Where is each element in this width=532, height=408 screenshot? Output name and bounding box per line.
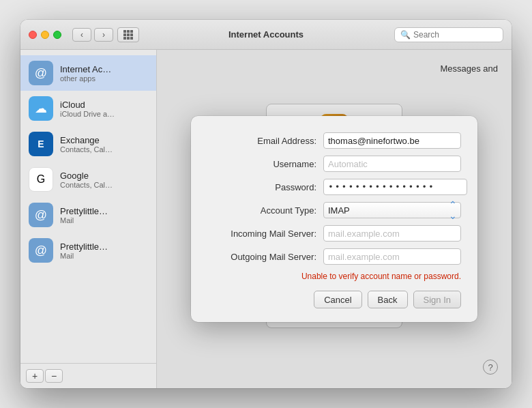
outgoing-label: Outgoing Mail Server: — [207, 252, 323, 262]
sidebar-item-name: Prettylittle… — [60, 206, 108, 216]
email-input[interactable] — [323, 132, 461, 149]
internet-accounts-icon: @ — [29, 61, 53, 85]
main-content: @ Internet Ac… other apps ☁ iCloud iClou… — [20, 50, 512, 388]
username-input[interactable] — [323, 156, 461, 172]
sidebar-item-detail: Contacts, Cal… — [60, 145, 113, 154]
minimize-button[interactable] — [41, 31, 49, 39]
sidebar-item-pretty2[interactable]: @ Prettylittle… Mail — [20, 233, 156, 268]
error-message: Unable to verify account name or passwor… — [207, 272, 461, 281]
sidebar-item-google[interactable]: G Google Contacts, Cal… — [20, 162, 156, 197]
cancel-button[interactable]: Cancel — [314, 291, 361, 308]
sidebar-item-detail: Contacts, Cal… — [60, 181, 113, 189]
maximize-button[interactable] — [53, 31, 61, 39]
sidebar-item-internet-accounts[interactable]: @ Internet Ac… other apps — [20, 55, 156, 91]
sidebar-item-text: Internet Ac… other apps — [60, 64, 111, 83]
email-row: Email Address: — [207, 132, 461, 149]
sidebar-item-detail: Mail — [60, 216, 108, 224]
account-type-wrapper: IMAP POP ⌃⌄ — [323, 202, 461, 218]
password-row: Password: — [207, 179, 461, 195]
sidebar: @ Internet Ac… other apps ☁ iCloud iClou… — [20, 50, 157, 388]
sidebar-item-name: Exchange — [60, 135, 113, 145]
sidebar-item-detail: Mail — [60, 252, 108, 260]
google-icon: G — [29, 167, 53, 192]
search-bar[interactable]: 🔍 — [394, 27, 503, 42]
account-dialog: Email Address: Username: Password: Accou… — [191, 116, 477, 322]
sidebar-item-text: Google Contacts, Cal… — [60, 171, 113, 189]
icloud-icon: ☁ — [29, 96, 53, 121]
forward-nav-button[interactable]: › — [94, 28, 113, 42]
dialog-overlay: Email Address: Username: Password: Accou… — [157, 50, 512, 388]
sidebar-items: @ Internet Ac… other apps ☁ iCloud iClou… — [20, 50, 156, 363]
email-label: Email Address: — [207, 136, 323, 146]
sidebar-item-name: Google — [60, 171, 113, 181]
account-type-select[interactable]: IMAP POP — [323, 202, 461, 218]
sign-in-button[interactable]: Sign In — [413, 291, 461, 308]
sidebar-item-detail: iCloud Drive a… — [60, 110, 115, 118]
account-type-label: Account Type: — [207, 205, 323, 216]
close-button[interactable] — [29, 31, 37, 39]
grid-icon — [123, 30, 133, 40]
sidebar-item-icloud[interactable]: ☁ iCloud iCloud Drive a… — [20, 91, 156, 126]
username-label: Username: — [207, 159, 323, 169]
grid-button[interactable] — [117, 27, 139, 42]
incoming-input[interactable] — [323, 225, 461, 242]
dialog-buttons: Cancel Back Sign In — [207, 291, 461, 308]
sidebar-footer: + − — [20, 363, 156, 388]
sidebar-item-name: iCloud — [60, 100, 115, 110]
sidebar-item-text: Exchange Contacts, Cal… — [60, 135, 113, 154]
username-row: Username: — [207, 156, 461, 172]
nav-buttons: ‹ › — [72, 28, 113, 42]
traffic-lights — [29, 31, 61, 39]
search-input[interactable] — [413, 30, 497, 40]
sidebar-item-name: Prettylittle… — [60, 242, 108, 252]
back-nav-button[interactable]: ‹ — [72, 28, 91, 42]
sidebar-item-exchange[interactable]: E Exchange Contacts, Cal… — [20, 126, 156, 162]
exchange-icon: E — [29, 132, 53, 156]
incoming-row: Incoming Mail Server: — [207, 225, 461, 242]
search-icon: 🔍 — [400, 30, 411, 40]
sidebar-item-pretty1[interactable]: @ Prettylittle… Mail — [20, 197, 156, 233]
back-button[interactable]: Back — [368, 291, 408, 308]
outgoing-input[interactable] — [323, 248, 461, 265]
sidebar-item-text: Prettylittle… Mail — [60, 206, 108, 224]
password-label: Password: — [207, 182, 323, 192]
remove-account-button[interactable]: − — [45, 369, 63, 383]
sidebar-item-detail: other apps — [60, 74, 111, 83]
at-icon-2: @ — [29, 238, 53, 263]
sidebar-item-text: iCloud iCloud Drive a… — [60, 100, 115, 118]
incoming-label: Incoming Mail Server: — [207, 229, 323, 239]
account-type-row: Account Type: IMAP POP ⌃⌄ — [207, 202, 461, 218]
sidebar-item-name: Internet Ac… — [60, 64, 111, 74]
window-title: Internet Accounts — [228, 29, 304, 40]
at-icon-1: @ — [29, 203, 53, 227]
right-panel: Messages and 📇 CardDAV account 📋 LDAP ac… — [157, 50, 512, 388]
titlebar: ‹ › Internet Accounts 🔍 — [20, 20, 512, 50]
add-account-button[interactable]: + — [26, 369, 44, 383]
password-input[interactable] — [323, 179, 467, 195]
sidebar-item-text: Prettylittle… Mail — [60, 242, 108, 260]
outgoing-row: Outgoing Mail Server: — [207, 248, 461, 265]
